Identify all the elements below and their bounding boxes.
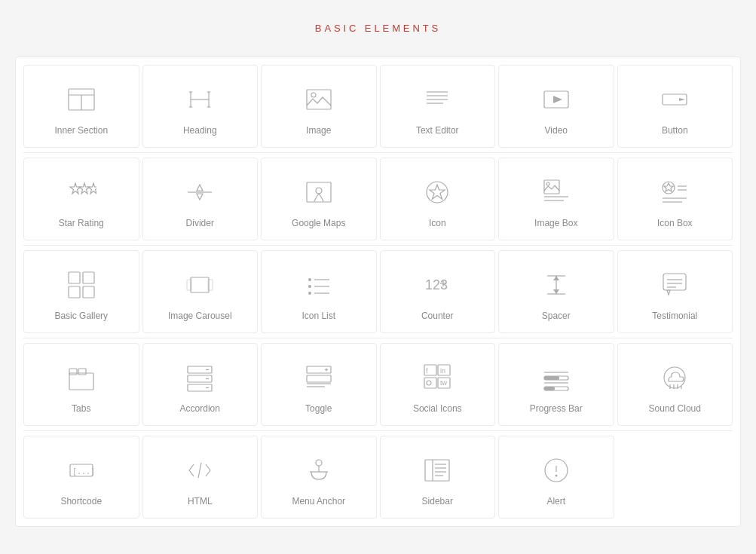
grid-item-video[interactable]: Video <box>498 65 614 148</box>
grid-item-icon-box[interactable]: Icon Box <box>617 158 733 240</box>
svg-marker-29 <box>430 185 445 199</box>
progress-bar-icon <box>538 360 574 396</box>
icon-list-label: Icon List <box>301 311 335 321</box>
grid-item-social-icons[interactable]: f in tw Social Icons <box>380 343 496 426</box>
grid-item-divider[interactable]: Divider <box>142 158 259 240</box>
elements-grid-container: Inner Section Heading Image Text Editor … <box>15 57 741 527</box>
image-label: Image <box>306 125 331 136</box>
grid-item-heading[interactable]: Heading <box>142 65 259 148</box>
google-maps-label: Google Maps <box>292 218 345 228</box>
svg-rect-68 <box>78 369 86 375</box>
svg-marker-24 <box>197 185 203 191</box>
sidebar-label: Sidebar <box>422 496 453 507</box>
heading-icon <box>182 81 218 118</box>
spacer-icon <box>538 267 574 303</box>
grid-item-accordion[interactable]: Accordion <box>142 343 259 426</box>
inner-section-icon <box>63 81 99 118</box>
icon-list-icon <box>301 267 337 303</box>
grid-item-sound-cloud[interactable]: Sound Cloud <box>617 343 733 426</box>
button-icon <box>657 81 693 118</box>
icon-box-label: Icon Box <box>657 218 693 228</box>
svg-marker-19 <box>679 98 685 101</box>
grid-item-alert[interactable]: Alert <box>498 436 614 519</box>
svg-marker-62 <box>667 290 670 295</box>
svg-text:in: in <box>440 367 445 375</box>
svg-text:tw: tw <box>440 379 448 387</box>
grid-item-counter[interactable]: 123 Counter <box>380 250 496 333</box>
grid-item-menu-anchor[interactable]: Menu Anchor <box>261 436 377 519</box>
image-carousel-icon <box>182 267 218 303</box>
grid-item-html[interactable]: HTML <box>142 436 259 519</box>
sound-cloud-icon <box>657 360 693 396</box>
grid-item-shortcode[interactable]: [...] Shortcode <box>23 436 139 519</box>
grid-item-button[interactable]: Button <box>617 65 733 148</box>
shortcode-icon: [...] <box>63 452 99 488</box>
svg-marker-20 <box>70 183 81 194</box>
grid-item-icon[interactable]: Icon <box>380 158 496 240</box>
sidebar-icon <box>419 452 455 488</box>
svg-rect-30 <box>544 180 559 194</box>
svg-point-86 <box>427 381 431 385</box>
grid-item-star-rating[interactable]: Star Rating <box>23 158 139 240</box>
grid-item-testimonial[interactable]: Testimonial <box>617 250 733 333</box>
menu-anchor-label: Menu Anchor <box>292 496 345 507</box>
grid-item-text-editor[interactable]: Text Editor <box>380 65 496 148</box>
accordion-icon <box>182 360 218 396</box>
grid-item-progress-bar[interactable]: Progress Bar <box>498 343 614 426</box>
grid-item-toggle[interactable]: Toggle <box>261 343 377 426</box>
svg-line-105 <box>206 470 210 476</box>
svg-point-51 <box>308 292 311 295</box>
basic-gallery-icon <box>63 267 99 303</box>
svg-marker-17 <box>553 96 562 103</box>
svg-rect-61 <box>663 274 686 290</box>
svg-rect-40 <box>69 272 80 283</box>
html-icon <box>182 452 218 488</box>
row-separator <box>23 152 733 153</box>
svg-text:[...]: [...] <box>72 467 95 476</box>
accordion-label: Accordion <box>180 403 220 414</box>
svg-line-102 <box>189 464 194 470</box>
svg-point-27 <box>316 188 322 194</box>
row-separator <box>23 245 733 246</box>
svg-rect-41 <box>83 272 94 283</box>
grid-item-icon-list[interactable]: Icon List <box>261 250 377 333</box>
sound-cloud-label: Sound Cloud <box>649 403 701 414</box>
svg-point-11 <box>311 93 316 97</box>
svg-text:123: 123 <box>425 277 448 292</box>
basic-gallery-label: Basic Gallery <box>54 311 108 321</box>
grid-item-sidebar[interactable]: Sidebar <box>380 436 496 519</box>
grid-item-tabs[interactable]: Tabs <box>23 343 139 426</box>
svg-rect-91 <box>544 376 559 380</box>
alert-label: Alert <box>546 496 565 507</box>
svg-marker-59 <box>553 276 559 280</box>
svg-marker-60 <box>553 289 559 294</box>
toggle-label: Toggle <box>305 403 332 414</box>
grid-item-inner-section[interactable]: Inner Section <box>23 65 139 148</box>
tabs-icon <box>63 360 99 396</box>
image-box-label: Image Box <box>534 218 577 228</box>
spacer-label: Spacer <box>542 311 571 321</box>
svg-point-47 <box>308 278 311 281</box>
grid-item-image-carousel[interactable]: Image Carousel <box>142 250 259 333</box>
google-maps-icon <box>301 174 337 210</box>
svg-rect-78 <box>307 375 331 382</box>
svg-rect-44 <box>191 277 209 292</box>
grid-item-google-maps[interactable]: Google Maps <box>261 158 377 240</box>
grid-item-basic-gallery[interactable]: Basic Gallery <box>23 250 139 333</box>
grid-item-image-box[interactable]: Image Box <box>498 158 614 240</box>
html-label: HTML <box>188 496 213 507</box>
counter-label: Counter <box>421 311 454 321</box>
star-rating-label: Star Rating <box>59 218 104 228</box>
grid-item-image[interactable]: Image <box>261 65 377 148</box>
alert-icon <box>538 452 574 488</box>
grid-item-spacer[interactable]: Spacer <box>498 250 614 333</box>
button-label: Button <box>662 125 688 136</box>
icon-box-icon <box>657 174 693 210</box>
inner-section-label: Inner Section <box>54 125 108 136</box>
icon-label: Icon <box>429 218 446 228</box>
svg-text:f: f <box>426 367 428 375</box>
menu-anchor-icon <box>301 452 337 488</box>
social-icons-label: Social Icons <box>413 403 462 414</box>
social-icons-icon: f in tw <box>419 360 455 396</box>
row-separator <box>23 430 733 431</box>
